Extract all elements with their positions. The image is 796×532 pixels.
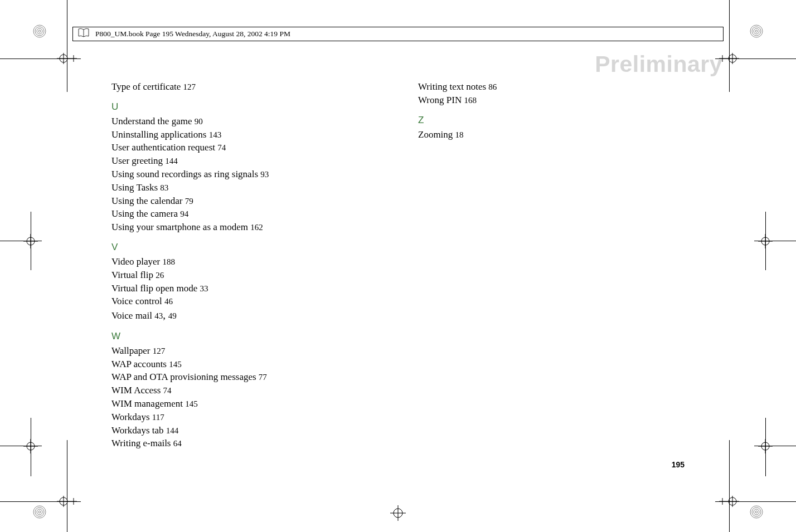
index-entry: Using your smartphone as a modem 162	[111, 221, 334, 234]
entry-text: WIM management	[111, 398, 183, 409]
index-entry: Using the camera 94	[111, 207, 334, 221]
crop-line	[729, 0, 730, 92]
crosshair-icon	[56, 52, 78, 65]
entry-page: 79	[185, 197, 193, 206]
entry-text: Using Tasks	[111, 182, 158, 193]
entry-page: 90	[195, 117, 203, 126]
svg-point-7	[755, 30, 758, 32]
index-entry: Virtual flip 26	[111, 269, 334, 282]
entry-text: User greeting	[111, 155, 163, 166]
section-letter: Z	[418, 115, 641, 126]
entry-page: 143	[209, 130, 222, 139]
crop-line	[754, 446, 796, 446]
entry-page: 49	[168, 311, 177, 320]
crosshair-icon	[390, 505, 406, 521]
crosshair-icon	[758, 439, 773, 453]
svg-point-13	[752, 507, 761, 516]
index-entry: WIM Access 74	[111, 384, 334, 397]
entry-page: 46	[164, 297, 173, 306]
registration-mark-icon	[748, 503, 765, 521]
crop-line	[31, 418, 31, 476]
index-entry: Understand the game 90	[111, 115, 334, 128]
index-entry: Zooming 18	[418, 128, 641, 141]
index-entry: Workdays 117	[111, 411, 334, 424]
entry-text: Zooming	[418, 129, 453, 140]
index-entry: WAP and OTA provisioning messages 77	[111, 370, 334, 384]
entry-text: WAP and OTA provisioning messages	[111, 372, 256, 382]
index-entry: Writing text notes 86	[418, 80, 641, 94]
entry-page: 26	[156, 271, 164, 280]
entry-text: Workdays tab	[111, 425, 164, 436]
entry-text: Uninstalling applications	[111, 129, 206, 140]
index-entry: Writing e-mails 64	[111, 437, 334, 450]
entry-text: Wrong PIN	[418, 95, 462, 105]
entry-page: 86	[488, 82, 497, 91]
section-letter: U	[111, 101, 334, 113]
svg-point-3	[38, 30, 41, 32]
entry-text: Virtual flip	[111, 270, 153, 280]
index-entry: Video player 188	[111, 255, 334, 269]
entry-text: Using sound recordings as ring signals	[111, 169, 258, 179]
index-entry: Using Tasks 83	[111, 181, 334, 194]
svg-point-5	[752, 27, 761, 36]
entry-page: 145	[185, 399, 198, 408]
entry-page: 117	[152, 413, 164, 422]
index-content: Type of certificate 127 U Understand the…	[111, 77, 669, 450]
svg-point-11	[38, 511, 41, 513]
entry-page: 18	[455, 130, 464, 139]
index-entry: Type of certificate 127	[111, 80, 334, 94]
entry-page: 93	[260, 170, 269, 179]
entry-text: WIM Access	[111, 385, 161, 396]
book-icon	[77, 28, 90, 40]
entry-text: Using the camera	[111, 208, 178, 219]
entry-page: 94	[180, 209, 188, 218]
entry-text: Wallpaper	[111, 345, 150, 356]
document-header: P800_UM.book Page 195 Wednesday, August …	[72, 27, 724, 41]
entry-page: 74	[163, 386, 172, 395]
index-entry: Wrong PIN 168	[418, 94, 641, 107]
entry-text: WAP accounts	[111, 359, 167, 369]
entry-page: 162	[250, 223, 263, 232]
entry-page: 144	[166, 426, 179, 435]
entry-text: Using your smartphone as a modem	[111, 222, 248, 232]
entry-page: 83	[160, 183, 168, 192]
entry-text: Writing text notes	[418, 81, 486, 92]
entry-page: 168	[464, 96, 477, 105]
svg-point-2	[37, 28, 42, 34]
index-entry: User greeting 144	[111, 154, 334, 168]
registration-mark-icon	[748, 22, 765, 40]
svg-point-6	[754, 28, 759, 34]
entry-text: Writing e-mails	[111, 438, 171, 448]
section-letter: V	[111, 242, 334, 253]
index-entry: Virtual flip open mode 33	[111, 282, 334, 295]
index-entry: Wallpaper 127	[111, 344, 334, 358]
registration-mark-icon	[31, 503, 48, 521]
index-entry: WAP accounts 145	[111, 358, 334, 371]
index-entry: Uninstalling applications 143	[111, 128, 334, 141]
svg-point-1	[35, 27, 44, 36]
entry-text: Voice control	[111, 296, 162, 306]
crosshair-icon	[758, 234, 773, 248]
svg-point-9	[35, 507, 44, 516]
entry-text: User authentication request	[111, 142, 215, 153]
svg-point-15	[755, 511, 758, 513]
entry-page: 188	[163, 257, 176, 266]
registration-mark-icon	[31, 22, 48, 40]
watermark: Preliminary	[595, 51, 722, 77]
crosshair-icon	[56, 495, 78, 508]
crop-line	[0, 446, 42, 446]
entry-page: 74	[217, 143, 226, 152]
header-filename: P800_UM.book Page 195 Wednesday, August …	[95, 30, 290, 38]
entry-page: 64	[173, 439, 182, 448]
index-entry: WIM management 145	[111, 397, 334, 411]
entry-page: 127	[183, 82, 196, 91]
right-column: Writing text notes 86 Wrong PIN 168 Z Zo…	[418, 77, 641, 450]
page-number: 195	[672, 460, 685, 469]
entry-page: 127	[153, 346, 166, 355]
left-column: Type of certificate 127 U Understand the…	[111, 77, 334, 450]
entry-page: 33	[200, 284, 208, 293]
entry-text: Video player	[111, 256, 160, 267]
crop-line	[729, 440, 730, 532]
index-entry: Voice control 46	[111, 295, 334, 308]
entry-text: Type of certificate	[111, 81, 181, 92]
